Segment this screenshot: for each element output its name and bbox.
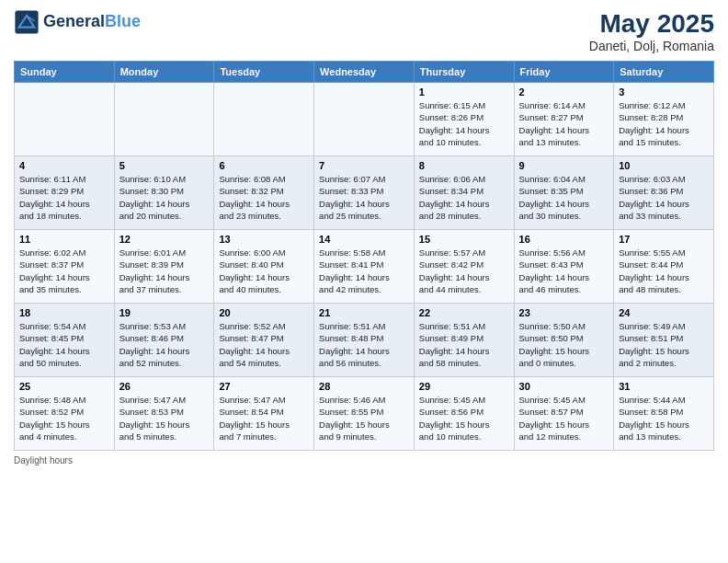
calendar-cell: 10Sunrise: 6:03 AMSunset: 8:36 PMDayligh… [614,156,714,230]
calendar-cell: 2Sunrise: 6:14 AMSunset: 8:27 PMDaylight… [514,83,614,156]
day-number: 19 [119,307,210,318]
week-row-2: 4Sunrise: 6:11 AMSunset: 8:29 PMDaylight… [15,156,714,230]
footer-text: Daylight hours [14,455,73,465]
day-number: 13 [219,234,309,245]
calendar-cell: 8Sunrise: 6:06 AMSunset: 8:34 PMDaylight… [414,156,514,230]
day-number: 23 [519,307,609,318]
day-info: Sunrise: 5:54 AMSunset: 8:45 PMDaylight:… [19,320,109,369]
day-info: Sunrise: 6:06 AMSunset: 8:34 PMDaylight:… [419,173,509,222]
week-row-4: 18Sunrise: 5:54 AMSunset: 8:45 PMDayligh… [15,304,714,377]
day-number: 28 [319,381,409,392]
calendar-cell: 24Sunrise: 5:49 AMSunset: 8:51 PMDayligh… [614,304,714,377]
day-number: 11 [19,234,109,245]
day-info: Sunrise: 6:11 AMSunset: 8:29 PMDaylight:… [19,173,109,222]
day-header-saturday: Saturday [614,62,714,83]
day-number: 1 [419,86,509,98]
day-info: Sunrise: 5:56 AMSunset: 8:43 PMDaylight:… [519,247,609,295]
calendar-cell [314,83,415,156]
day-info: Sunrise: 6:07 AMSunset: 8:33 PMDaylight:… [319,173,409,222]
day-header-thursday: Thursday [414,62,514,83]
title-block: May 2025 Daneti, Dolj, Romania [589,9,714,53]
day-header-friday: Friday [514,62,614,83]
day-number: 5 [119,160,210,171]
day-info: Sunrise: 5:50 AMSunset: 8:50 PMDaylight:… [519,320,609,369]
calendar-cell: 21Sunrise: 5:51 AMSunset: 8:48 PMDayligh… [314,304,415,377]
day-number: 4 [19,160,109,171]
day-info: Sunrise: 6:04 AMSunset: 8:35 PMDaylight:… [519,173,609,222]
calendar-cell: 3Sunrise: 6:12 AMSunset: 8:28 PMDaylight… [614,83,714,156]
day-info: Sunrise: 5:49 AMSunset: 8:51 PMDaylight:… [619,320,709,369]
day-header-tuesday: Tuesday [214,62,314,83]
day-number: 21 [319,307,409,318]
day-number: 3 [619,86,709,98]
calendar-cell: 28Sunrise: 5:46 AMSunset: 8:55 PMDayligh… [314,377,415,451]
day-number: 24 [619,307,709,318]
page: GeneralBlue May 2025 Daneti, Dolj, Roman… [0,0,728,563]
day-info: Sunrise: 6:02 AMSunset: 8:37 PMDaylight:… [19,247,109,295]
day-number: 27 [219,381,309,392]
calendar-cell: 26Sunrise: 5:47 AMSunset: 8:53 PMDayligh… [114,377,214,451]
calendar-cell: 1Sunrise: 6:15 AMSunset: 8:26 PMDaylight… [414,83,514,156]
logo-icon [14,9,40,35]
day-number: 29 [419,381,509,392]
day-info: Sunrise: 5:51 AMSunset: 8:48 PMDaylight:… [319,320,409,369]
calendar-cell: 9Sunrise: 6:04 AMSunset: 8:35 PMDaylight… [514,156,614,230]
calendar-cell: 30Sunrise: 5:45 AMSunset: 8:57 PMDayligh… [514,377,614,451]
day-info: Sunrise: 5:48 AMSunset: 8:52 PMDaylight:… [19,394,109,442]
day-info: Sunrise: 6:00 AMSunset: 8:40 PMDaylight:… [219,247,309,295]
calendar-table: SundayMondayTuesdayWednesdayThursdayFrid… [14,61,714,451]
day-number: 26 [119,381,210,392]
footer-note: Daylight hours [14,455,714,465]
day-info: Sunrise: 5:44 AMSunset: 8:58 PMDaylight:… [619,394,709,442]
day-number: 25 [19,381,109,392]
calendar-cell [114,83,214,156]
logo-text: GeneralBlue [43,13,141,31]
calendar-cell: 11Sunrise: 6:02 AMSunset: 8:37 PMDayligh… [15,230,115,304]
day-info: Sunrise: 5:55 AMSunset: 8:44 PMDaylight:… [619,247,709,295]
day-info: Sunrise: 6:10 AMSunset: 8:30 PMDaylight:… [119,173,210,222]
day-info: Sunrise: 6:08 AMSunset: 8:32 PMDaylight:… [219,173,309,222]
day-number: 6 [219,160,309,171]
day-info: Sunrise: 6:01 AMSunset: 8:39 PMDaylight:… [119,247,210,295]
calendar-cell: 17Sunrise: 5:55 AMSunset: 8:44 PMDayligh… [614,230,714,304]
day-info: Sunrise: 5:47 AMSunset: 8:54 PMDaylight:… [219,394,309,442]
calendar-cell: 13Sunrise: 6:00 AMSunset: 8:40 PMDayligh… [214,230,314,304]
week-row-1: 1Sunrise: 6:15 AMSunset: 8:26 PMDaylight… [15,83,714,156]
calendar-title: May 2025 [589,9,714,39]
calendar-cell: 31Sunrise: 5:44 AMSunset: 8:58 PMDayligh… [614,377,714,451]
day-header-monday: Monday [114,62,214,83]
calendar-cell: 19Sunrise: 5:53 AMSunset: 8:46 PMDayligh… [114,304,214,377]
calendar-cell: 22Sunrise: 5:51 AMSunset: 8:49 PMDayligh… [414,304,514,377]
day-number: 17 [619,234,709,245]
calendar-cell: 14Sunrise: 5:58 AMSunset: 8:41 PMDayligh… [314,230,415,304]
day-number: 15 [419,234,509,245]
calendar-cell: 27Sunrise: 5:47 AMSunset: 8:54 PMDayligh… [214,377,314,451]
calendar-cell: 23Sunrise: 5:50 AMSunset: 8:50 PMDayligh… [514,304,614,377]
day-info: Sunrise: 6:14 AMSunset: 8:27 PMDaylight:… [519,99,609,148]
day-number: 7 [319,160,409,171]
day-info: Sunrise: 5:45 AMSunset: 8:56 PMDaylight:… [419,394,509,442]
calendar-cell: 15Sunrise: 5:57 AMSunset: 8:42 PMDayligh… [414,230,514,304]
calendar-location: Daneti, Dolj, Romania [589,39,714,53]
day-number: 20 [219,307,309,318]
week-row-5: 25Sunrise: 5:48 AMSunset: 8:52 PMDayligh… [15,377,714,451]
day-info: Sunrise: 5:51 AMSunset: 8:49 PMDaylight:… [419,320,509,369]
day-header-sunday: Sunday [15,62,115,83]
day-info: Sunrise: 5:46 AMSunset: 8:55 PMDaylight:… [319,394,409,442]
day-number: 22 [419,307,509,318]
day-info: Sunrise: 6:12 AMSunset: 8:28 PMDaylight:… [619,99,709,148]
calendar-cell: 18Sunrise: 5:54 AMSunset: 8:45 PMDayligh… [15,304,115,377]
day-info: Sunrise: 5:45 AMSunset: 8:57 PMDaylight:… [519,394,609,442]
day-number: 30 [519,381,609,392]
day-number: 14 [319,234,409,245]
calendar-cell [15,83,115,156]
day-info: Sunrise: 6:03 AMSunset: 8:36 PMDaylight:… [619,173,709,222]
calendar-cell: 25Sunrise: 5:48 AMSunset: 8:52 PMDayligh… [15,377,115,451]
calendar-cell [214,83,314,156]
calendar-cell: 12Sunrise: 6:01 AMSunset: 8:39 PMDayligh… [114,230,214,304]
day-number: 8 [419,160,509,171]
calendar-cell: 5Sunrise: 6:10 AMSunset: 8:30 PMDaylight… [114,156,214,230]
day-info: Sunrise: 5:58 AMSunset: 8:41 PMDaylight:… [319,247,409,295]
day-info: Sunrise: 5:57 AMSunset: 8:42 PMDaylight:… [419,247,509,295]
calendar-cell: 29Sunrise: 5:45 AMSunset: 8:56 PMDayligh… [414,377,514,451]
